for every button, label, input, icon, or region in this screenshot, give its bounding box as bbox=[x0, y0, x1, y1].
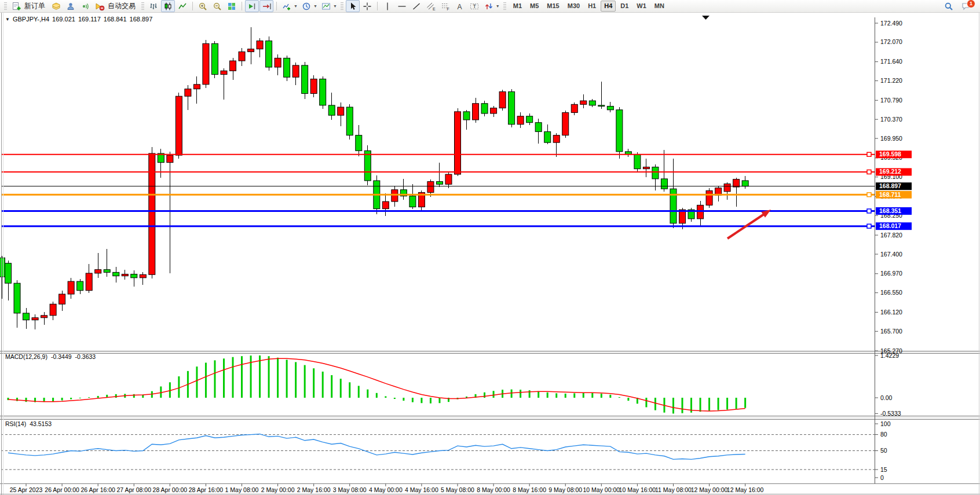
time-axis-label: 9 May 08:00 bbox=[548, 486, 582, 493]
chat-button[interactable]: 1 bbox=[959, 1, 973, 12]
horizontal-line-169.212[interactable] bbox=[1, 170, 875, 174]
candle bbox=[409, 196, 416, 207]
toolbar-grip[interactable] bbox=[4, 2, 7, 10]
candle bbox=[266, 41, 272, 67]
dropdown-caret-icon[interactable]: ▼ bbox=[294, 4, 298, 8]
vertical-line-button[interactable] bbox=[381, 0, 394, 12]
timeframe-h1-button[interactable]: H1 bbox=[584, 1, 599, 12]
search-button[interactable] bbox=[942, 0, 956, 12]
candle bbox=[167, 155, 173, 163]
candle bbox=[131, 274, 137, 278]
terminal-button[interactable] bbox=[64, 0, 78, 12]
candle bbox=[0, 258, 5, 277]
indicators-menu-button[interactable] bbox=[280, 0, 294, 12]
toolbar-grip[interactable] bbox=[141, 2, 144, 10]
toolbar-grip[interactable] bbox=[341, 2, 343, 10]
timeframe-m1-button[interactable]: M1 bbox=[510, 1, 525, 12]
timeframe-m15-button[interactable]: M15 bbox=[543, 1, 562, 12]
zoom-out-icon bbox=[213, 2, 222, 11]
candle bbox=[203, 43, 209, 85]
fibonacci-button[interactable]: F bbox=[438, 0, 452, 12]
svg-text:167.820: 167.820 bbox=[880, 232, 902, 239]
timeframe-d1-button[interactable]: D1 bbox=[617, 1, 632, 12]
timeframe-m5-button[interactable]: M5 bbox=[526, 1, 542, 12]
line-chart-button[interactable] bbox=[175, 0, 189, 12]
periods-menu-button[interactable] bbox=[299, 0, 313, 12]
auto-trading-button[interactable] bbox=[93, 0, 107, 12]
dropdown-caret-icon[interactable]: ▼ bbox=[496, 4, 500, 8]
candle bbox=[346, 107, 353, 135]
trendline-button[interactable] bbox=[409, 0, 423, 12]
toolbar-grip[interactable] bbox=[503, 2, 506, 10]
new-order-label[interactable]: 新订单 bbox=[24, 1, 45, 11]
candle bbox=[427, 182, 434, 193]
horizontal-line-169.598[interactable] bbox=[1, 152, 875, 156]
dropdown-caret-icon[interactable]: ▼ bbox=[333, 4, 337, 8]
auto-scroll-button[interactable] bbox=[245, 0, 259, 12]
bars-chart-button[interactable] bbox=[147, 0, 160, 12]
candle bbox=[706, 190, 712, 205]
dropdown-caret-icon[interactable]: ▼ bbox=[313, 4, 317, 8]
window-frame bbox=[0, 13, 980, 495]
line-handle[interactable] bbox=[867, 152, 871, 156]
candles-chart-button[interactable] bbox=[161, 0, 175, 12]
horizontal-line-button[interactable] bbox=[395, 0, 409, 12]
svg-text:169.598: 169.598 bbox=[879, 151, 901, 157]
time-axis-label: 12 May 16:00 bbox=[727, 486, 764, 493]
chart-shift-marker[interactable] bbox=[702, 16, 710, 20]
vertical-line-icon bbox=[383, 2, 392, 11]
line-handle[interactable] bbox=[867, 193, 871, 197]
timeframe-m30-button[interactable]: M30 bbox=[564, 1, 583, 12]
crosshair-button[interactable] bbox=[360, 0, 374, 12]
time-axis-label: 28 Apr 00:00 bbox=[153, 486, 188, 493]
auto-trading-label[interactable]: 自动交易 bbox=[108, 1, 136, 11]
trend-arrow-annotation[interactable] bbox=[727, 210, 771, 239]
text-label-button[interactable]: T bbox=[467, 0, 481, 12]
horizontal-line-168.711[interactable] bbox=[1, 193, 875, 197]
close-value: 168.897 bbox=[130, 16, 153, 23]
time-axis-label: 28 Apr 16:00 bbox=[189, 486, 224, 493]
line-handle[interactable] bbox=[867, 170, 871, 174]
chart-shift-button[interactable] bbox=[259, 0, 273, 12]
candle bbox=[607, 106, 613, 109]
line-handle[interactable] bbox=[867, 224, 871, 228]
candle bbox=[77, 281, 83, 291]
templates-menu-button[interactable] bbox=[319, 0, 333, 12]
equidistant-channel-button[interactable]: E bbox=[424, 0, 438, 12]
tile-windows-button[interactable] bbox=[225, 0, 239, 12]
candle bbox=[616, 110, 623, 152]
cursor-button[interactable] bbox=[346, 0, 360, 12]
timeframe-mn-button[interactable]: MN bbox=[651, 1, 668, 12]
zoom-out-button[interactable] bbox=[210, 0, 224, 12]
depth-of-market-button[interactable] bbox=[49, 0, 63, 12]
price-chart: 172.490172.070171.640171.220170.790170.3… bbox=[0, 13, 980, 495]
chart-title: ▼ GBPJPY-,H4 169.021 169.117 168.841 168… bbox=[5, 16, 152, 23]
timeframe-h4-button[interactable]: H4 bbox=[601, 1, 616, 12]
zoom-in-button[interactable] bbox=[196, 0, 210, 12]
candle bbox=[284, 58, 290, 77]
time-axis-label: 1 May 08:00 bbox=[225, 486, 259, 493]
svg-text:171.220: 171.220 bbox=[880, 77, 902, 84]
candlesticks bbox=[0, 27, 748, 329]
candle bbox=[445, 174, 452, 184]
time-axis-label: 2 May 16:00 bbox=[297, 486, 331, 493]
notification-badge: 1 bbox=[967, 0, 975, 8]
line-handle[interactable] bbox=[867, 209, 871, 213]
horizontal-line-168.351[interactable] bbox=[1, 209, 875, 213]
macd-indicator-label: MACD(12,26,9) -0.3449 -0.3633 bbox=[5, 353, 96, 360]
main-toolbar: 新订单 自动交易 ▼ ▼ ▼ E F A T ▼ M1M5M15M30H1H4D… bbox=[0, 0, 980, 13]
candle bbox=[724, 184, 730, 192]
candle bbox=[643, 167, 649, 169]
candle bbox=[122, 274, 128, 276]
candle bbox=[382, 201, 389, 209]
svg-text:167.400: 167.400 bbox=[880, 251, 902, 258]
arrows-menu-button[interactable] bbox=[482, 0, 496, 12]
depth-of-market-icon bbox=[52, 2, 61, 11]
new-order-button[interactable] bbox=[9, 0, 23, 12]
chart-shift-icon bbox=[262, 2, 272, 11]
timeframe-w1-button[interactable]: W1 bbox=[633, 1, 650, 12]
signals-button[interactable] bbox=[78, 0, 92, 12]
symbol-dropdown-icon[interactable]: ▼ bbox=[5, 17, 10, 22]
crosshair-icon bbox=[363, 2, 372, 11]
text-button[interactable]: A bbox=[453, 0, 467, 12]
